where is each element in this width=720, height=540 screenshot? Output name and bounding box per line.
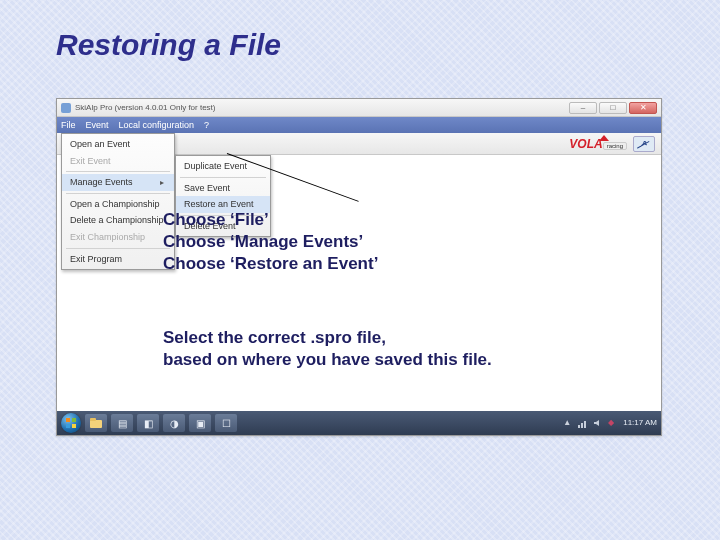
menu-local-config[interactable]: Local configuration (119, 120, 195, 130)
instruction-line: based on where you have saved this file. (163, 349, 492, 371)
app-window: SkiAlp Pro (version 4.0.01 Only for test… (56, 98, 662, 436)
skier-icon (633, 136, 655, 152)
svg-rect-5 (90, 418, 96, 421)
chevron-right-icon: ▸ (160, 177, 164, 188)
svg-rect-6 (578, 425, 580, 428)
menu-item-label: Open an Event (70, 138, 130, 151)
close-button[interactable]: ✕ (629, 102, 657, 114)
instruction-line: Choose ‘File’ (163, 209, 378, 231)
window-title: SkiAlp Pro (version 4.0.01 Only for test… (75, 103, 216, 112)
svg-rect-8 (584, 421, 586, 428)
instruction-line: Choose ‘Manage Events’ (163, 231, 378, 253)
tray-volume-icon[interactable] (593, 418, 603, 428)
maximize-button[interactable]: □ (599, 102, 627, 114)
menu-separator (66, 248, 170, 249)
task-icon-generic[interactable]: ◑ (163, 414, 185, 432)
taskbar: ▤ ◧ ◑ ▣ ☐ ▲ ◆ 11:17 AM (57, 411, 661, 435)
app-icon (61, 103, 71, 113)
menu-item-label: Exit Event (70, 155, 111, 168)
menu-item-exit-program[interactable]: Exit Program (62, 251, 174, 268)
instruction-line: Choose ‘Restore an Event’ (163, 253, 378, 275)
menu-item-delete-championship[interactable]: Delete a Championship (62, 212, 174, 229)
svg-rect-3 (72, 424, 76, 428)
task-icon-generic[interactable]: ☐ (215, 414, 237, 432)
menu-separator (66, 171, 170, 172)
slide-title: Restoring a File (56, 28, 281, 62)
menu-item-open-championship[interactable]: Open a Championship (62, 196, 174, 213)
menu-separator (180, 177, 266, 178)
window-titlebar: SkiAlp Pro (version 4.0.01 Only for test… (57, 99, 661, 117)
windows-logo-icon (65, 417, 77, 429)
svg-rect-2 (66, 424, 70, 428)
minimize-button[interactable]: – (569, 102, 597, 114)
menu-separator (66, 193, 170, 194)
system-tray: ▲ ◆ 11:17 AM (563, 418, 657, 428)
tray-flag-icon[interactable]: ▲ (563, 418, 573, 428)
menu-item-open-event[interactable]: Open an Event (62, 136, 174, 153)
submenu-item-save-event[interactable]: Save Event (176, 180, 270, 197)
task-icon-generic[interactable]: ▣ (189, 414, 211, 432)
menu-item-label: Save Event (184, 182, 230, 195)
menu-item-label: Exit Championship (70, 231, 145, 244)
menu-item-exit-championship: Exit Championship (62, 229, 174, 246)
menu-event[interactable]: Event (86, 120, 109, 130)
instruction-line: Select the correct .spro file, (163, 327, 492, 349)
svg-rect-7 (581, 423, 583, 428)
taskbar-clock[interactable]: 11:17 AM (623, 419, 657, 427)
start-button[interactable] (61, 413, 81, 433)
svg-rect-1 (72, 418, 76, 422)
menu-item-manage-events[interactable]: Manage Events ▸ (62, 174, 174, 191)
instruction-block-2: Select the correct .spro file, based on … (163, 327, 492, 371)
task-icon-generic[interactable]: ▤ (111, 414, 133, 432)
menu-item-label: Duplicate Event (184, 160, 247, 173)
menu-item-exit-event: Exit Event (62, 153, 174, 170)
menu-item-label: Open a Championship (70, 198, 160, 211)
vola-logo: VOLA (565, 137, 606, 151)
svg-rect-0 (66, 418, 70, 422)
svg-rect-4 (90, 420, 102, 428)
tray-network-icon[interactable] (578, 418, 588, 428)
menu-item-label: Exit Program (70, 253, 122, 266)
menu-file[interactable]: File (61, 120, 76, 130)
file-menu: Open an Event Exit Event Manage Events ▸… (61, 133, 175, 270)
menu-help[interactable]: ? (204, 120, 209, 130)
submenu-item-duplicate-event[interactable]: Duplicate Event (176, 158, 270, 175)
task-icon-generic[interactable]: ◧ (137, 414, 159, 432)
task-icon-explorer[interactable] (85, 414, 107, 432)
menu-item-label: Delete a Championship (70, 214, 164, 227)
menubar: File Event Local configuration ? (57, 117, 661, 133)
instruction-block-1: Choose ‘File’ Choose ‘Manage Events’ Cho… (163, 209, 378, 275)
tray-shield-icon[interactable]: ◆ (608, 418, 618, 428)
menu-item-label: Manage Events (70, 176, 133, 189)
